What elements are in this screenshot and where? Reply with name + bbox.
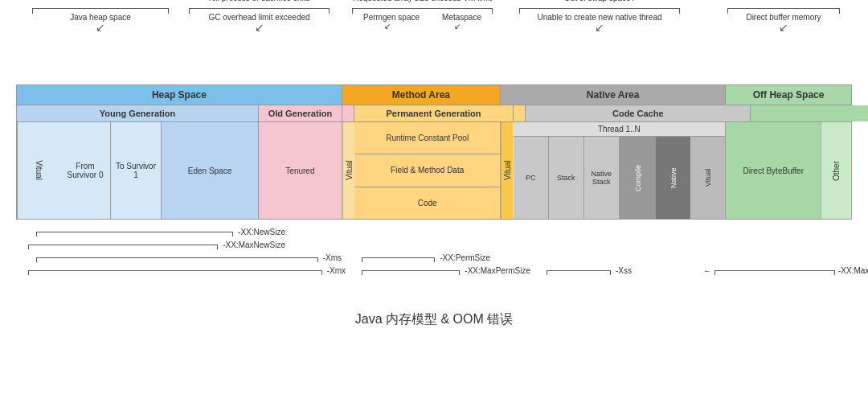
to-survivor: To Survivor 1 <box>111 122 162 219</box>
stack: Stack <box>549 137 584 219</box>
metric-new-size: -XX:NewSize <box>36 228 285 236</box>
old-gen-label: Old Generation <box>259 105 342 121</box>
method-area-label: Method Area <box>342 85 501 105</box>
thread-1n: Thread 1..N <box>514 122 726 137</box>
metric-perm-size: -XX:PermSize <box>362 253 490 262</box>
page-title: Java 内存模型 & OOM 错误 <box>16 311 852 328</box>
other: Other <box>821 122 851 219</box>
oom-permgen: Requested array size exceeds VM limit Pe… <box>352 8 493 31</box>
row-details: Vitual From Survivor 0 To Survivor 1 Ede… <box>17 122 851 219</box>
offheap-gen-cell <box>751 105 868 121</box>
native-item: Native <box>655 137 690 219</box>
metric-xss: -Xss <box>547 266 632 275</box>
runtime-constant-pool: Runtime Constant Pool <box>354 122 500 154</box>
offheap-detail: Direct ByteBuffer Other <box>726 122 851 219</box>
code-item: Code <box>354 187 500 219</box>
code-cache-label: Code Cache <box>526 105 751 121</box>
oom-java-heap: Java heap space ↙ <box>32 8 169 33</box>
eden-space: Eden Space <box>162 122 258 219</box>
oom-kill-process: Kill process or sacrifice child GC overh… <box>189 8 330 33</box>
method-area-items: Runtime Constant Pool Field & Method Dat… <box>354 122 501 219</box>
memory-diagram: Heap Space Method Area Native Area Off H… <box>16 84 852 220</box>
native-area-label: Native Area <box>501 85 726 105</box>
tenured: Tenured <box>259 122 342 219</box>
pc: PC <box>514 137 549 219</box>
oom-direct-buffer: Direct buffer memory ↙ <box>727 8 840 33</box>
vitual-old: Vitual <box>342 122 355 219</box>
oom-swap: Out of swap space? Unable to create new … <box>519 8 680 33</box>
perm-gen-label: Permanent Generation <box>354 105 513 121</box>
metric-max-direct: ← -XX:MaxDirectMemorySize → <box>703 266 868 275</box>
native-detail: Thread 1..N PC Stack Native Stack Compil… <box>514 122 727 219</box>
old-gen-items: Tenured <box>259 122 342 219</box>
oom-labels-section: Java heap space ↙ Kill process or sacrif… <box>16 8 852 80</box>
vitual-native: Vitual <box>690 137 725 219</box>
compile: Compile <box>620 137 655 219</box>
young-gen-items: Vitual From Survivor 0 To Survivor 1 Ede… <box>17 122 259 219</box>
metric-xms: -Xms <box>36 253 342 262</box>
vitual-young: Vitual <box>17 122 60 219</box>
offheap-label: Off Heap Space <box>726 85 851 105</box>
field-method-data: Field & Method Data <box>354 154 500 187</box>
row-generations: Young Generation Old Generation Permanen… <box>17 105 851 122</box>
direct-bytebuffer: Direct ByteBuffer <box>726 122 821 219</box>
metric-xmx: -Xmx <box>28 266 346 275</box>
native-stack: Native Stack <box>584 137 620 219</box>
vitual-method: Vitual <box>501 122 514 219</box>
row-areas: Heap Space Method Area Native Area Off H… <box>17 85 851 105</box>
metrics-section: -XX:NewSize -XX:MaxNewSize -Xms -Xmx -XX… <box>16 223 852 303</box>
from-survivor: From Survivor 0 <box>60 122 111 219</box>
heap-space-label: Heap Space <box>17 85 342 105</box>
metric-max-perm-size: -XX:MaxPermSize <box>362 266 530 275</box>
young-gen-label: Young Generation <box>17 105 259 121</box>
native-bottom: PC Stack Native Stack Compile Native Vit… <box>514 137 726 219</box>
metric-max-new-size: -XX:MaxNewSize <box>28 240 285 249</box>
